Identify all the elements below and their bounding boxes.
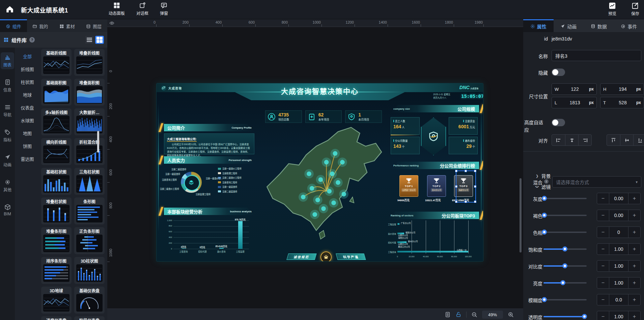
left-field[interactable]: L1813px (552, 97, 597, 108)
library-group-动画[interactable]: 动画 (1, 152, 14, 169)
library-group-其他[interactable]: 其他 (1, 177, 14, 194)
library-group-图表[interactable]: 图表 (1, 52, 14, 69)
help-icon[interactable]: ? (29, 37, 35, 43)
category-地图[interactable]: 地图 (15, 127, 40, 139)
category-饼图[interactable]: 饼图 (15, 139, 40, 152)
slider-饱和度[interactable] (543, 248, 587, 250)
slider-透明度[interactable] (543, 316, 587, 317)
plus-button[interactable]: + (628, 277, 640, 288)
component-card[interactable]: 三角柱状图 (74, 168, 105, 195)
component-card[interactable]: 基础仪表盘 (74, 287, 105, 314)
category-柱状图[interactable]: 柱状图 (15, 75, 40, 88)
category-折线图[interactable]: 折线图 (15, 62, 40, 75)
minus-button[interactable]: − (597, 193, 609, 204)
width-field[interactable]: W122px (552, 83, 597, 95)
design-canvas[interactable]: 02004006008001080 大成咨询智慧决策中心 大成咨询 DNC大成咨… (107, 27, 523, 309)
tool-popup[interactable]: 弹窗 (160, 2, 168, 16)
selection-handle[interactable] (465, 170, 467, 172)
inspector-tab-属性[interactable]: 属性 (523, 19, 554, 32)
dashboard-artboard[interactable]: 大成咨询智慧决策中心 大成咨询 DNC大成咨询 2025-1-01 星期五 农历… (156, 83, 483, 262)
component-card[interactable]: 3D地球 (41, 287, 72, 314)
ranking-card-TOP2[interactable]: TOP2贵州分公司 (427, 175, 446, 197)
component-card[interactable]: 基础柱状图 (41, 168, 72, 195)
tool-panel-grid[interactable]: 动态面板 (109, 2, 125, 16)
component-card[interactable]: 基础折线图 (41, 49, 72, 76)
minus-button[interactable]: − (597, 261, 609, 271)
zoom-level[interactable]: 49% (482, 311, 503, 319)
category-水球图[interactable]: 水球图 (15, 114, 40, 127)
library-group-BIM[interactable]: BIM (1, 202, 14, 218)
home-icon[interactable] (5, 5, 14, 14)
save-button[interactable]: 保存 (631, 2, 639, 16)
library-group-信息[interactable]: 信息 (1, 77, 14, 94)
plus-button[interactable]: + (628, 193, 640, 204)
ranking-card-TOP1[interactable]: TOP1山西第一分公司 (399, 175, 418, 197)
plus-button[interactable]: + (628, 311, 640, 320)
inspector-tab-动画[interactable]: 动画 (554, 19, 584, 32)
category-全部[interactable]: 全部 (15, 50, 40, 62)
component-card[interactable]: 堆叠条形图 (41, 227, 72, 254)
component-card[interactable]: 3D柱状图 (74, 257, 105, 284)
tab-我的[interactable]: 我的 (27, 19, 54, 32)
canvas-vertical-scrollbar[interactable] (520, 178, 522, 252)
library-group-导航[interactable]: 导航 (1, 102, 14, 119)
unlock-icon[interactable] (455, 312, 461, 318)
category-地球[interactable]: 地球 (15, 88, 40, 101)
list-view-button[interactable] (85, 36, 94, 44)
category-仪表盘[interactable]: 仪表盘 (15, 101, 40, 114)
component-card[interactable]: 堆叠面积图 (74, 79, 105, 106)
page-list-icon[interactable] (445, 312, 451, 318)
selection-handle[interactable] (455, 201, 457, 203)
component-card[interactable]: 横向折线图 (41, 138, 72, 165)
plus-button[interactable]: + (628, 210, 640, 221)
ruler-corner[interactable] (107, 19, 116, 27)
selection-handle[interactable] (474, 201, 476, 203)
component-card[interactable]: 进度仪表盘 (41, 316, 72, 320)
plus-button[interactable]: + (628, 294, 640, 305)
plus-button[interactable]: + (628, 261, 640, 271)
selection-handle[interactable] (455, 170, 457, 172)
grid-view-button[interactable] (95, 36, 104, 44)
component-card[interactable]: 正负条形图 (74, 227, 105, 254)
slider-模糊度[interactable] (543, 299, 587, 300)
minus-button[interactable]: − (597, 294, 609, 305)
preview-button[interactable]: 预览 (608, 2, 616, 16)
component-card[interactable]: 折柱混合图 (74, 138, 105, 165)
minus-button[interactable]: − (597, 210, 609, 221)
align-left-icon[interactable] (552, 135, 565, 145)
slider-对比度[interactable] (543, 265, 587, 267)
selection-box[interactable] (456, 170, 476, 203)
selection-handle[interactable] (465, 201, 467, 203)
align-center-h-icon[interactable] (565, 135, 578, 145)
slider-灰度[interactable] (543, 198, 587, 199)
selection-handle[interactable] (474, 170, 476, 172)
library-group-指标[interactable]: 指标 (1, 127, 14, 144)
zoom-out-icon[interactable] (471, 312, 477, 318)
component-card[interactable]: 堆叠折线图 (74, 49, 105, 76)
component-card[interactable]: 堆叠柱状图 (41, 197, 72, 224)
zoom-in-icon[interactable] (508, 312, 514, 318)
component-card[interactable]: 基础面积图 (41, 79, 72, 106)
selection-handle[interactable] (455, 185, 457, 188)
selection-handle[interactable] (474, 185, 476, 188)
plus-button[interactable]: + (628, 227, 640, 238)
minus-button[interactable]: − (597, 277, 609, 288)
height-auto-toggle[interactable] (552, 119, 565, 126)
tool-dialog[interactable]: 对话框 (136, 2, 148, 16)
component-card[interactable]: 大数据折… (74, 108, 105, 135)
inspector-tab-事件[interactable]: 事件 (614, 19, 644, 32)
minus-button[interactable]: − (597, 311, 609, 320)
align-bottom-icon[interactable] (633, 135, 644, 145)
slider-色相[interactable] (543, 232, 587, 233)
component-card[interactable]: 排序条形图 (41, 257, 72, 284)
name-input[interactable] (552, 50, 641, 61)
component-card[interactable]: 阶段仪表盘 (74, 316, 105, 320)
align-right-icon[interactable] (578, 135, 591, 145)
tab-素材[interactable]: 素材 (54, 19, 81, 32)
library-scrollbar[interactable] (97, 131, 99, 153)
plus-button[interactable]: + (628, 244, 640, 255)
tab-组件[interactable]: 组件 (0, 19, 27, 32)
align-middle-v-icon[interactable] (620, 135, 633, 145)
minus-button[interactable]: − (597, 244, 609, 255)
hide-toggle[interactable] (552, 69, 565, 76)
